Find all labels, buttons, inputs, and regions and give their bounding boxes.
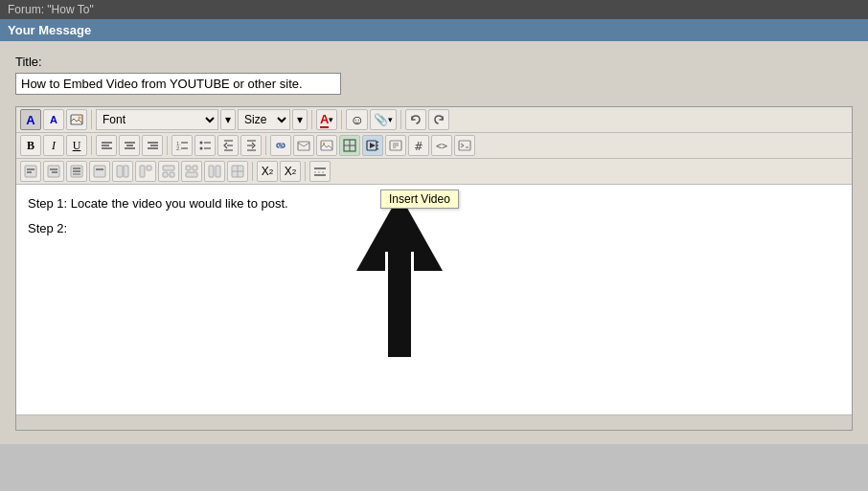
italic-button[interactable]: I bbox=[43, 135, 64, 156]
code2-button[interactable] bbox=[454, 135, 475, 156]
indent-button[interactable] bbox=[240, 135, 262, 156]
superscript-button[interactable]: X2 bbox=[280, 161, 301, 182]
svg-point-1 bbox=[79, 117, 81, 120]
format-btn-8[interactable] bbox=[181, 161, 202, 182]
svg-point-17 bbox=[200, 147, 203, 150]
content-area: Title: A A Font Arial Times New Roman Co… bbox=[0, 41, 868, 444]
size-dropdown-arrow[interactable]: ▾ bbox=[292, 109, 308, 130]
your-message-label: Your Message bbox=[8, 23, 91, 37]
svg-point-15 bbox=[200, 142, 203, 145]
forum-bar: Forum: "How To" bbox=[0, 0, 868, 19]
svg-rect-66 bbox=[186, 172, 197, 177]
font-select[interactable]: Font Arial Times New Roman Courier New V… bbox=[96, 109, 218, 130]
align-right-button[interactable] bbox=[142, 135, 163, 156]
svg-point-28 bbox=[323, 143, 325, 145]
toolbar-row-3: X2 X2 bbox=[16, 159, 852, 185]
image-icon-button[interactable] bbox=[66, 109, 87, 130]
underline-button[interactable]: U bbox=[66, 135, 87, 156]
svg-rect-63 bbox=[170, 172, 174, 177]
font-color-button[interactable]: A ▾ bbox=[316, 109, 337, 130]
editor-content[interactable]: Step 1: Locate the video you would like … bbox=[16, 185, 852, 414]
insert-video-button[interactable] bbox=[362, 135, 383, 156]
format-btn-9[interactable] bbox=[204, 161, 225, 182]
svg-rect-45 bbox=[25, 166, 36, 177]
hr-button[interactable] bbox=[309, 161, 331, 182]
svg-text:2.: 2. bbox=[176, 145, 181, 151]
code-button[interactable]: <> bbox=[431, 135, 452, 156]
svg-rect-61 bbox=[163, 166, 174, 170]
format-btn-6[interactable] bbox=[135, 161, 156, 182]
svg-rect-57 bbox=[117, 166, 123, 177]
svg-rect-41 bbox=[459, 141, 470, 150]
format-btn-2[interactable] bbox=[43, 161, 64, 182]
unordered-list-button[interactable] bbox=[194, 135, 216, 156]
bold-button[interactable]: B bbox=[20, 135, 41, 156]
forum-bar-text: Forum: "How To" bbox=[8, 3, 94, 16]
font-dropdown-arrow[interactable]: ▾ bbox=[220, 109, 236, 130]
email-button[interactable] bbox=[293, 135, 314, 156]
editor-line-2: Step 2: bbox=[28, 219, 840, 238]
align-left-button[interactable] bbox=[96, 135, 117, 156]
format-btn-4[interactable] bbox=[89, 161, 110, 182]
align-center-button[interactable] bbox=[119, 135, 140, 156]
format-btn-7[interactable] bbox=[158, 161, 179, 182]
toolbar-row-1: A A Font Arial Times New Roman Courier N… bbox=[16, 107, 852, 133]
ordered-list-button[interactable]: 1.2. bbox=[171, 135, 193, 156]
editor-footer bbox=[16, 414, 852, 430]
emoji-button[interactable]: ☺ bbox=[346, 109, 367, 130]
subscript-button[interactable]: X2 bbox=[257, 161, 278, 182]
outdent-button[interactable] bbox=[217, 135, 239, 156]
svg-rect-55 bbox=[94, 166, 105, 177]
svg-rect-59 bbox=[140, 166, 145, 177]
svg-rect-62 bbox=[163, 172, 168, 177]
svg-rect-64 bbox=[186, 166, 191, 170]
title-input[interactable] bbox=[15, 73, 341, 95]
redo-button[interactable] bbox=[428, 109, 449, 130]
format-btn-5[interactable] bbox=[112, 161, 133, 182]
format-a1-button[interactable]: A bbox=[20, 109, 41, 130]
editor-wrapper: A A Font Arial Times New Roman Courier N… bbox=[15, 106, 853, 431]
hash-button[interactable]: # bbox=[408, 135, 429, 156]
format-btn-3[interactable] bbox=[66, 161, 87, 182]
svg-rect-68 bbox=[216, 166, 220, 177]
svg-rect-65 bbox=[193, 166, 197, 170]
svg-rect-58 bbox=[124, 166, 128, 177]
quote-button[interactable] bbox=[385, 135, 406, 156]
clip-button[interactable]: 📎 ▾ bbox=[370, 109, 397, 130]
format-btn-1[interactable] bbox=[20, 161, 41, 182]
format-btn-10[interactable] bbox=[227, 161, 248, 182]
editor-line-1: Step 1: Locate the video you would like … bbox=[28, 194, 840, 213]
your-message-bar: Your Message bbox=[0, 19, 868, 41]
svg-rect-48 bbox=[48, 166, 59, 177]
format-a2-button[interactable]: A bbox=[43, 109, 64, 130]
image-insert-button[interactable] bbox=[316, 135, 337, 156]
svg-rect-67 bbox=[209, 166, 214, 177]
table-insert-button[interactable] bbox=[339, 135, 360, 156]
svg-line-43 bbox=[461, 145, 464, 147]
undo-button[interactable] bbox=[405, 109, 426, 130]
svg-marker-33 bbox=[370, 143, 376, 148]
svg-rect-60 bbox=[147, 166, 151, 170]
link-button[interactable] bbox=[270, 135, 291, 156]
toolbar-row-2: B I U 1.2. bbox=[16, 133, 852, 159]
size-select[interactable]: Size 1234 567 bbox=[238, 109, 290, 130]
title-label: Title: bbox=[15, 55, 853, 69]
